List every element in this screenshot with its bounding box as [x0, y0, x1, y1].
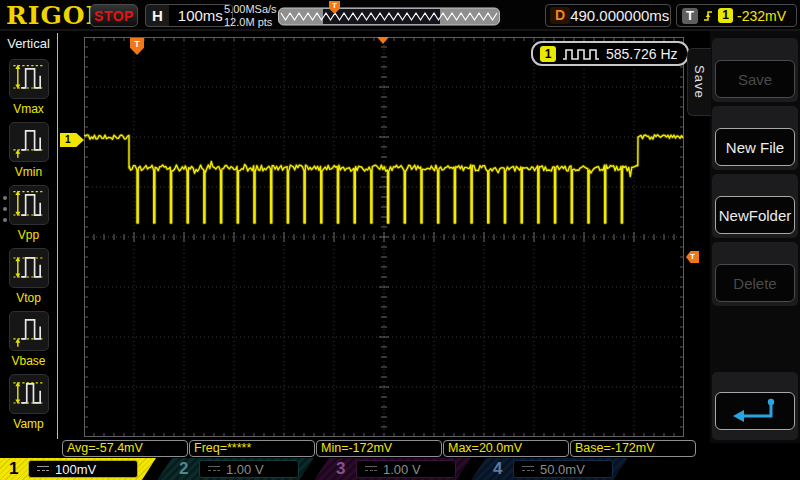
menu-item-vmin[interactable]: Vmin: [0, 122, 57, 184]
menu-item-label: Vtop: [0, 291, 57, 305]
trigger-source-badge: 1: [718, 8, 733, 23]
rising-edge-icon: [702, 8, 714, 23]
vbase-measure-icon: [9, 311, 49, 351]
menu-item-vtop[interactable]: Vtop: [0, 248, 57, 310]
h-label: H: [146, 5, 169, 26]
channel1-ground-marker[interactable]: 1: [60, 133, 84, 147]
return-arrow-icon: [727, 396, 783, 426]
horizontal-timebase[interactable]: H 100ms: [145, 4, 233, 27]
sample-rate: 5.00MSa/s: [224, 3, 277, 16]
save-button[interactable]: Save: [715, 60, 795, 98]
screen-center-marker: [377, 37, 389, 44]
graticule: [84, 37, 684, 437]
channel-status-bar: 1 100mV 2 1.00 V 3 1.00 V 4 50.0mV: [0, 458, 800, 480]
waveform-overview-bar: [278, 7, 500, 26]
channel-scale: 50.0mV: [540, 462, 585, 477]
measurement-min: Min=-172mV: [316, 440, 442, 457]
measurement-avg: Avg=-57.4mV: [62, 440, 188, 457]
menu-item-vbase[interactable]: Vbase: [0, 311, 57, 373]
waveform-display-area: [84, 37, 684, 437]
menu-slot: Save: [712, 38, 798, 102]
vtop-measure-icon: [9, 248, 49, 288]
dc-coupling-icon: [37, 465, 49, 474]
channel-3-status[interactable]: 3 1.00 V: [314, 458, 471, 480]
new-folder-button[interactable]: NewFolder: [715, 196, 795, 234]
channel-4-status[interactable]: 4 50.0mV: [471, 458, 628, 480]
acquisition-info: 5.00MSa/s 12.0M pts: [224, 3, 277, 29]
menu-item-vamp[interactable]: Vamp: [0, 374, 57, 436]
menu-item-label: Vamp: [0, 417, 57, 431]
channel-scale: 1.00 V: [383, 462, 421, 477]
frequency-value: 585.726 Hz: [606, 46, 678, 62]
vmax-measure-icon: [9, 59, 49, 99]
vamp-measure-icon: [9, 374, 49, 414]
square-wave-icon: [561, 46, 601, 62]
menu-tab-label: Save: [692, 65, 707, 99]
vpp-measure-icon: [9, 185, 49, 225]
channel-scale: 1.00 V: [226, 462, 264, 477]
menu-slot: NewFolder: [712, 174, 798, 238]
menu-item-label: Vpp: [0, 228, 57, 242]
menu-item-vmax[interactable]: Vmax: [0, 59, 57, 121]
channel-number: 1: [9, 458, 18, 480]
measurement-results-bar: Avg=-57.4mV Freq=***** Min=-172mV Max=20…: [0, 440, 800, 458]
frequency-source-badge: 1: [540, 46, 556, 62]
menu-tab-save: Save: [687, 48, 711, 116]
channel-number: 2: [179, 458, 188, 480]
channel-2-status[interactable]: 2 1.00 V: [157, 458, 314, 480]
menu-slot: [712, 372, 798, 440]
new-file-button[interactable]: New File: [715, 128, 795, 166]
menu-slot: Delete: [712, 242, 798, 306]
menu-item-label: Vmax: [0, 102, 57, 116]
left-menu-title: Vertical: [0, 36, 57, 51]
delay-readout: D 490.000000ms: [545, 4, 671, 27]
timebase-value: 100ms: [169, 5, 232, 26]
memory-depth: 12.0M pts: [224, 16, 277, 29]
trigger-label: T: [682, 8, 698, 24]
menu-item-label: Vbase: [0, 354, 57, 368]
dc-coupling-icon: [522, 465, 534, 474]
return-button[interactable]: [715, 392, 795, 430]
dc-coupling-icon: [365, 465, 377, 474]
menu-separator-line: [57, 33, 58, 439]
trigger-readout: T 1 -232mV: [676, 4, 797, 27]
frequency-counter-overlay: 1 585.726 Hz: [531, 41, 689, 66]
channel-number: 3: [336, 458, 345, 480]
measurement-freq: Freq=*****: [189, 440, 315, 457]
menu-item-vpp[interactable]: Vpp: [0, 185, 57, 247]
measurement-base: Base=-172mV: [570, 440, 696, 457]
delete-button[interactable]: Delete: [715, 264, 795, 302]
dc-coupling-icon: [208, 465, 220, 474]
delay-label: D: [550, 7, 570, 24]
trigger-level-marker[interactable]: T: [686, 251, 699, 263]
trigger-level-value: -232mV: [737, 8, 786, 24]
channel-scale: 100mV: [55, 462, 96, 477]
run-state-indicator[interactable]: STOP: [90, 4, 138, 27]
oscilloscope-screen: RIGOL STOP H 100ms 5.00MSa/s 12.0M pts T…: [0, 0, 800, 480]
top-status-bar: RIGOL STOP H 100ms 5.00MSa/s 12.0M pts T…: [0, 0, 800, 31]
channel-1-status[interactable]: 1 100mV: [0, 458, 156, 480]
menu-slot: New File: [712, 106, 798, 170]
menu-item-label: Vmin: [0, 165, 57, 179]
channel-number: 4: [493, 458, 502, 480]
vertical-measure-menu: Vertical Vmax Vmin: [0, 31, 57, 443]
vmin-measure-icon: [9, 122, 49, 162]
menu-page-dots: [3, 196, 7, 229]
delay-value: 490.000000ms: [570, 7, 669, 24]
measurement-max: Max=20.0mV: [443, 440, 569, 457]
